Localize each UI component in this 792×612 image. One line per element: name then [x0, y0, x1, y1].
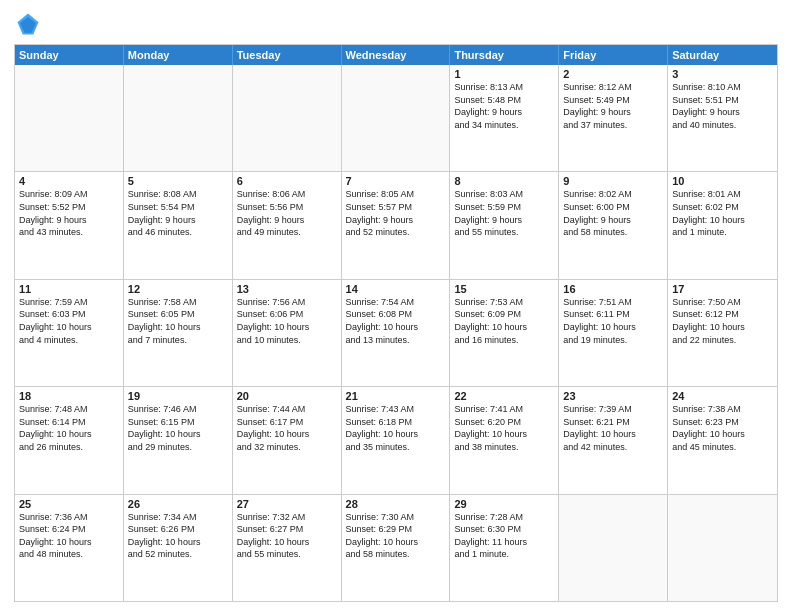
day-number: 21	[346, 390, 446, 402]
calendar-cell: 13Sunrise: 7:56 AM Sunset: 6:06 PM Dayli…	[233, 280, 342, 386]
cell-info: Sunrise: 7:43 AM Sunset: 6:18 PM Dayligh…	[346, 403, 446, 453]
calendar-cell	[559, 495, 668, 601]
calendar-row-3: 18Sunrise: 7:48 AM Sunset: 6:14 PM Dayli…	[15, 386, 777, 493]
calendar-cell	[233, 65, 342, 171]
calendar-row-2: 11Sunrise: 7:59 AM Sunset: 6:03 PM Dayli…	[15, 279, 777, 386]
day-number: 22	[454, 390, 554, 402]
logo	[14, 10, 46, 38]
calendar-cell: 21Sunrise: 7:43 AM Sunset: 6:18 PM Dayli…	[342, 387, 451, 493]
day-number: 20	[237, 390, 337, 402]
header-day-friday: Friday	[559, 45, 668, 65]
calendar-cell: 27Sunrise: 7:32 AM Sunset: 6:27 PM Dayli…	[233, 495, 342, 601]
calendar-cell: 19Sunrise: 7:46 AM Sunset: 6:15 PM Dayli…	[124, 387, 233, 493]
day-number: 17	[672, 283, 773, 295]
cell-info: Sunrise: 7:38 AM Sunset: 6:23 PM Dayligh…	[672, 403, 773, 453]
day-number: 14	[346, 283, 446, 295]
cell-info: Sunrise: 8:02 AM Sunset: 6:00 PM Dayligh…	[563, 188, 663, 238]
calendar-row-4: 25Sunrise: 7:36 AM Sunset: 6:24 PM Dayli…	[15, 494, 777, 601]
cell-info: Sunrise: 8:08 AM Sunset: 5:54 PM Dayligh…	[128, 188, 228, 238]
day-number: 5	[128, 175, 228, 187]
calendar-cell: 17Sunrise: 7:50 AM Sunset: 6:12 PM Dayli…	[668, 280, 777, 386]
day-number: 15	[454, 283, 554, 295]
calendar-cell	[342, 65, 451, 171]
cell-info: Sunrise: 7:44 AM Sunset: 6:17 PM Dayligh…	[237, 403, 337, 453]
header-day-thursday: Thursday	[450, 45, 559, 65]
calendar-row-0: 1Sunrise: 8:13 AM Sunset: 5:48 PM Daylig…	[15, 65, 777, 171]
calendar-cell	[15, 65, 124, 171]
calendar-cell: 29Sunrise: 7:28 AM Sunset: 6:30 PM Dayli…	[450, 495, 559, 601]
calendar-cell: 1Sunrise: 8:13 AM Sunset: 5:48 PM Daylig…	[450, 65, 559, 171]
calendar-cell	[124, 65, 233, 171]
header-day-wednesday: Wednesday	[342, 45, 451, 65]
cell-info: Sunrise: 7:54 AM Sunset: 6:08 PM Dayligh…	[346, 296, 446, 346]
day-number: 13	[237, 283, 337, 295]
day-number: 8	[454, 175, 554, 187]
cell-info: Sunrise: 7:28 AM Sunset: 6:30 PM Dayligh…	[454, 511, 554, 561]
calendar-cell: 9Sunrise: 8:02 AM Sunset: 6:00 PM Daylig…	[559, 172, 668, 278]
calendar-cell: 16Sunrise: 7:51 AM Sunset: 6:11 PM Dayli…	[559, 280, 668, 386]
cell-info: Sunrise: 8:01 AM Sunset: 6:02 PM Dayligh…	[672, 188, 773, 238]
cell-info: Sunrise: 7:58 AM Sunset: 6:05 PM Dayligh…	[128, 296, 228, 346]
day-number: 23	[563, 390, 663, 402]
day-number: 1	[454, 68, 554, 80]
day-number: 16	[563, 283, 663, 295]
calendar-cell	[668, 495, 777, 601]
day-number: 2	[563, 68, 663, 80]
calendar: SundayMondayTuesdayWednesdayThursdayFrid…	[14, 44, 778, 602]
day-number: 4	[19, 175, 119, 187]
cell-info: Sunrise: 8:13 AM Sunset: 5:48 PM Dayligh…	[454, 81, 554, 131]
cell-info: Sunrise: 8:03 AM Sunset: 5:59 PM Dayligh…	[454, 188, 554, 238]
day-number: 11	[19, 283, 119, 295]
calendar-cell: 15Sunrise: 7:53 AM Sunset: 6:09 PM Dayli…	[450, 280, 559, 386]
calendar-cell: 8Sunrise: 8:03 AM Sunset: 5:59 PM Daylig…	[450, 172, 559, 278]
calendar-cell: 12Sunrise: 7:58 AM Sunset: 6:05 PM Dayli…	[124, 280, 233, 386]
calendar-cell: 25Sunrise: 7:36 AM Sunset: 6:24 PM Dayli…	[15, 495, 124, 601]
calendar-body: 1Sunrise: 8:13 AM Sunset: 5:48 PM Daylig…	[15, 65, 777, 601]
calendar-cell: 7Sunrise: 8:05 AM Sunset: 5:57 PM Daylig…	[342, 172, 451, 278]
cell-info: Sunrise: 7:59 AM Sunset: 6:03 PM Dayligh…	[19, 296, 119, 346]
day-number: 9	[563, 175, 663, 187]
calendar-cell: 23Sunrise: 7:39 AM Sunset: 6:21 PM Dayli…	[559, 387, 668, 493]
calendar-cell: 6Sunrise: 8:06 AM Sunset: 5:56 PM Daylig…	[233, 172, 342, 278]
cell-info: Sunrise: 8:09 AM Sunset: 5:52 PM Dayligh…	[19, 188, 119, 238]
calendar-cell: 24Sunrise: 7:38 AM Sunset: 6:23 PM Dayli…	[668, 387, 777, 493]
header-day-monday: Monday	[124, 45, 233, 65]
day-number: 7	[346, 175, 446, 187]
calendar-header: SundayMondayTuesdayWednesdayThursdayFrid…	[15, 45, 777, 65]
cell-info: Sunrise: 8:12 AM Sunset: 5:49 PM Dayligh…	[563, 81, 663, 131]
cell-info: Sunrise: 7:53 AM Sunset: 6:09 PM Dayligh…	[454, 296, 554, 346]
logo-icon	[14, 10, 42, 38]
calendar-cell: 26Sunrise: 7:34 AM Sunset: 6:26 PM Dayli…	[124, 495, 233, 601]
calendar-cell: 28Sunrise: 7:30 AM Sunset: 6:29 PM Dayli…	[342, 495, 451, 601]
cell-info: Sunrise: 7:50 AM Sunset: 6:12 PM Dayligh…	[672, 296, 773, 346]
day-number: 12	[128, 283, 228, 295]
page-header	[14, 10, 778, 38]
header-day-sunday: Sunday	[15, 45, 124, 65]
cell-info: Sunrise: 7:36 AM Sunset: 6:24 PM Dayligh…	[19, 511, 119, 561]
day-number: 28	[346, 498, 446, 510]
cell-info: Sunrise: 7:30 AM Sunset: 6:29 PM Dayligh…	[346, 511, 446, 561]
calendar-cell: 22Sunrise: 7:41 AM Sunset: 6:20 PM Dayli…	[450, 387, 559, 493]
calendar-cell: 18Sunrise: 7:48 AM Sunset: 6:14 PM Dayli…	[15, 387, 124, 493]
cell-info: Sunrise: 7:39 AM Sunset: 6:21 PM Dayligh…	[563, 403, 663, 453]
cell-info: Sunrise: 7:32 AM Sunset: 6:27 PM Dayligh…	[237, 511, 337, 561]
cell-info: Sunrise: 7:56 AM Sunset: 6:06 PM Dayligh…	[237, 296, 337, 346]
day-number: 3	[672, 68, 773, 80]
calendar-cell: 10Sunrise: 8:01 AM Sunset: 6:02 PM Dayli…	[668, 172, 777, 278]
header-day-tuesday: Tuesday	[233, 45, 342, 65]
cell-info: Sunrise: 7:34 AM Sunset: 6:26 PM Dayligh…	[128, 511, 228, 561]
cell-info: Sunrise: 7:51 AM Sunset: 6:11 PM Dayligh…	[563, 296, 663, 346]
calendar-cell: 4Sunrise: 8:09 AM Sunset: 5:52 PM Daylig…	[15, 172, 124, 278]
calendar-cell: 3Sunrise: 8:10 AM Sunset: 5:51 PM Daylig…	[668, 65, 777, 171]
day-number: 29	[454, 498, 554, 510]
day-number: 18	[19, 390, 119, 402]
cell-info: Sunrise: 7:46 AM Sunset: 6:15 PM Dayligh…	[128, 403, 228, 453]
calendar-row-1: 4Sunrise: 8:09 AM Sunset: 5:52 PM Daylig…	[15, 171, 777, 278]
day-number: 6	[237, 175, 337, 187]
cell-info: Sunrise: 8:10 AM Sunset: 5:51 PM Dayligh…	[672, 81, 773, 131]
day-number: 10	[672, 175, 773, 187]
calendar-cell: 20Sunrise: 7:44 AM Sunset: 6:17 PM Dayli…	[233, 387, 342, 493]
header-day-saturday: Saturday	[668, 45, 777, 65]
calendar-cell: 14Sunrise: 7:54 AM Sunset: 6:08 PM Dayli…	[342, 280, 451, 386]
cell-info: Sunrise: 7:41 AM Sunset: 6:20 PM Dayligh…	[454, 403, 554, 453]
